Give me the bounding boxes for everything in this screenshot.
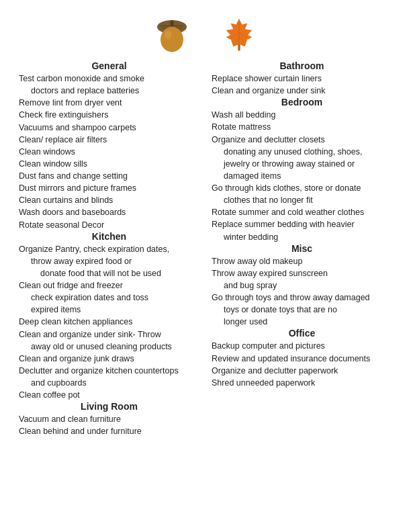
section-title: Bedroom xyxy=(212,97,392,107)
list-item: Clean and organize under sink- Throw xyxy=(19,328,199,341)
list-item: Go through kids clothes, store or donate xyxy=(212,182,392,194)
list-item: away old or unused cleaning products xyxy=(19,341,199,353)
list-item: expired items xyxy=(19,304,199,316)
section-title: General xyxy=(19,60,199,71)
list-item: Rotate summer and cold weather clothes xyxy=(212,206,392,218)
section: OfficeBackup computer and picturesReview… xyxy=(212,328,392,389)
list-item: Declutter and organize kitchen counterto… xyxy=(19,365,199,377)
list-item: Vacuum and clean furniture xyxy=(19,413,199,425)
list-item: Clean/ replace air filters xyxy=(19,134,199,146)
list-item: Check fire extinguishers xyxy=(19,109,199,121)
page: GeneralTest carbon monoxide and smokedoc… xyxy=(0,0,411,532)
list-item: Organize Pantry, check expiration dates, xyxy=(19,243,199,255)
acorn-icon xyxy=(149,12,195,58)
list-item: Review and updated insurance documents xyxy=(212,353,392,365)
section-title: Bathroom xyxy=(212,60,392,71)
svg-point-4 xyxy=(161,27,183,52)
list-item: and bug spray xyxy=(212,279,392,292)
list-item: Clean windows xyxy=(19,146,199,158)
section-title: Living Room xyxy=(19,401,199,412)
content-columns: GeneralTest carbon monoxide and smokedoc… xyxy=(19,60,392,438)
list-item: Vacuums and shampoo carpets xyxy=(19,122,199,134)
section-title: Office xyxy=(212,328,392,339)
list-item: Clean and organize under sink xyxy=(212,85,392,97)
right-column: BathroomReplace shower curtain linersCle… xyxy=(212,60,392,389)
section: BedroomWash all beddingRotate mattressOr… xyxy=(212,97,392,242)
list-item: donate food that will not be used xyxy=(19,267,199,279)
list-item: Replace summer bedding with heavier xyxy=(212,218,392,230)
list-item: Test carbon monoxide and smoke xyxy=(19,73,199,85)
list-item: doctors and replace batteries xyxy=(19,85,199,97)
list-item: Shred unneeded paperwork xyxy=(212,377,392,389)
list-item: Go through toys and throw away damaged xyxy=(212,292,392,304)
list-item: longer used xyxy=(212,316,392,328)
list-item: Wash doors and baseboards xyxy=(19,206,199,218)
header xyxy=(19,12,392,58)
list-item: Clean out fridge and freezer xyxy=(19,279,199,292)
list-item: donating any unused clothing, shoes, xyxy=(212,146,392,158)
list-item: winter bedding xyxy=(212,231,392,243)
list-item: Clean coffee pot xyxy=(19,389,199,401)
list-item: Dust fans and change setting xyxy=(19,170,199,182)
list-item: toys or donate toys that are no xyxy=(212,304,392,316)
list-item: Throw away expired sunscreen xyxy=(212,267,392,279)
svg-rect-6 xyxy=(238,44,240,51)
list-item: Deep clean kitchen appliances xyxy=(19,316,199,328)
list-item: Organize and declutter closets xyxy=(212,134,392,146)
section-title: Kitchen xyxy=(19,231,199,242)
list-item: Replace shower curtain liners xyxy=(212,73,392,85)
list-item: Rotate seasonal Decor xyxy=(19,219,199,231)
list-item: check expiration dates and toss xyxy=(19,292,199,304)
list-item: and cupboards xyxy=(19,377,199,389)
section: GeneralTest carbon monoxide and smokedoc… xyxy=(19,60,199,231)
list-item: damaged items xyxy=(212,170,392,182)
list-item: Organize and declutter paperwork xyxy=(212,365,392,377)
list-item: clothes that no longer fit xyxy=(212,194,392,206)
left-column: GeneralTest carbon monoxide and smokedoc… xyxy=(19,60,199,438)
svg-rect-1 xyxy=(170,20,173,26)
section: Living RoomVacuum and clean furnitureCle… xyxy=(19,401,199,437)
list-item: Throw away old makeup xyxy=(212,255,392,267)
list-item: jewelry or throwing away stained or xyxy=(212,158,392,170)
list-item: Dust mirrors and picture frames xyxy=(19,182,199,194)
list-item: Wash all bedding xyxy=(212,109,392,121)
list-item: Remove lint from dryer vent xyxy=(19,97,199,109)
list-item: Backup computer and pictures xyxy=(212,340,392,352)
list-item: Clean and organize junk draws xyxy=(19,353,199,365)
leaf-icon xyxy=(216,12,262,58)
section: KitchenOrganize Pantry, check expiration… xyxy=(19,231,199,402)
list-item: Clean curtains and blinds xyxy=(19,194,199,206)
section-title: Misc xyxy=(212,243,392,254)
svg-point-5 xyxy=(165,30,171,40)
list-item: Clean window sills xyxy=(19,158,199,170)
list-item: Clean behind and under furniture xyxy=(19,425,199,437)
list-item: Rotate mattress xyxy=(212,121,392,133)
section: BathroomReplace shower curtain linersCle… xyxy=(212,60,392,97)
list-item: throw away expired food or xyxy=(19,255,199,267)
section: MiscThrow away old makeupThrow away expi… xyxy=(212,243,392,328)
